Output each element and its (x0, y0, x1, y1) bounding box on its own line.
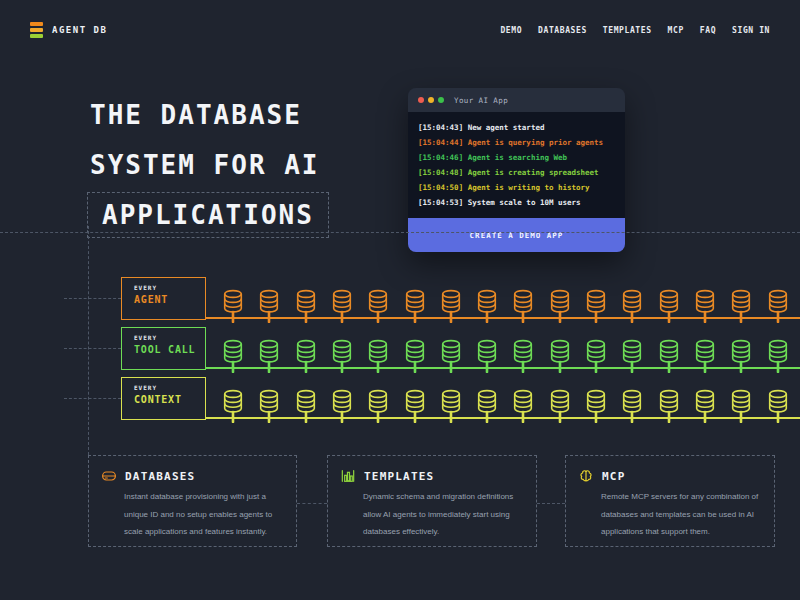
database-cylinder-icon (403, 289, 427, 323)
header: AGENT DB DEMODATABASESTEMPLATESMCPFAQSIG… (0, 0, 800, 60)
database-cylinder-icon (548, 339, 572, 373)
terminal-log-line: [15:04:43] New agent started (418, 120, 615, 135)
brain-icon (578, 468, 594, 484)
logo-bars-icon (30, 22, 43, 38)
terminal-titlebar: Your AI App (408, 88, 625, 112)
create-demo-app-button[interactable]: CREATE A DEMO APP (408, 218, 625, 252)
database-cylinder-icon (294, 289, 318, 323)
database-cylinder-icon (657, 339, 681, 373)
database-cylinder-icon (330, 339, 354, 373)
flow-row-tool-call: EVERYTOOL CALL (0, 327, 800, 377)
database-cylinder-icon (693, 289, 717, 323)
terminal-log-line: [15:04:50] Agent is writing to history (418, 180, 615, 195)
row-eyebrow: EVERY (134, 384, 205, 391)
traffic-light-icon (418, 97, 424, 103)
nav-link-templates[interactable]: TEMPLATES (603, 26, 652, 35)
card-body-text: Remote MCP servers for any combination o… (601, 488, 762, 541)
nav-link-demo[interactable]: DEMO (500, 26, 522, 35)
brand-name: AGENT DB (52, 25, 107, 35)
database-cylinder-icon (729, 289, 753, 323)
database-cylinder-icon (475, 339, 499, 373)
database-icon (101, 468, 117, 484)
database-cylinder-icon (729, 339, 753, 373)
row-label-box: EVERYAGENT (121, 277, 206, 320)
card-body-text: Dynamic schema and migration definitions… (363, 488, 524, 541)
database-cylinder-icon (693, 389, 717, 423)
database-cylinder-icon (584, 289, 608, 323)
row-connector-dash (64, 348, 121, 349)
nav-link-databases[interactable]: DATABASES (538, 26, 587, 35)
logo-bar (30, 34, 43, 38)
database-cylinder-icon (766, 289, 790, 323)
nav-link-faq[interactable]: FAQ (700, 26, 716, 35)
hero-heading: THE DATABASE SYSTEM FOR AI APPLICATIONS (87, 90, 329, 238)
database-cylinder-icon (475, 289, 499, 323)
database-cylinder-icon (221, 339, 245, 373)
row-label-box: EVERYCONTEXT (121, 377, 206, 420)
database-cylinder-icon (221, 289, 245, 323)
terminal-log-line: [15:04:46] Agent is searching Web (418, 150, 615, 165)
database-cylinder-icon (620, 289, 644, 323)
nav-link-sign-in[interactable]: SIGN IN (732, 26, 770, 35)
feature-card-templates: TEMPLATESDynamic schema and migration de… (327, 455, 537, 547)
card-title: TEMPLATES (364, 470, 434, 483)
terminal-log-line: [15:04:48] Agent is creating spreadsheet (418, 165, 615, 180)
database-cylinder-icon (294, 389, 318, 423)
row-eyebrow: EVERY (134, 284, 205, 291)
row-connector-dash (64, 398, 121, 399)
row-label-box: EVERYTOOL CALL (121, 327, 206, 370)
database-cylinder-icon (475, 389, 499, 423)
terminal-title: Your AI App (454, 96, 508, 105)
brand-logo[interactable]: AGENT DB (30, 22, 107, 38)
database-cylinder-icon (620, 389, 644, 423)
database-cylinder-icon (257, 339, 281, 373)
logo-bar (30, 28, 43, 32)
database-cylinder-icon (766, 339, 790, 373)
flow-row-agent: EVERYAGENT (0, 277, 800, 327)
database-cylinder-icon (511, 389, 535, 423)
demo-terminal-card: Your AI App [15:04:43] New agent started… (408, 88, 625, 252)
database-cylinder-icon (657, 289, 681, 323)
row-connector-dash (64, 298, 121, 299)
traffic-light-icon (428, 97, 434, 103)
database-cylinder-icon (439, 389, 463, 423)
database-cylinder-icon (257, 389, 281, 423)
card-title: DATABASES (125, 470, 195, 483)
hero-line-2: SYSTEM FOR AI (87, 140, 329, 190)
database-cylinder-icon (548, 389, 572, 423)
page: AGENT DB DEMODATABASESTEMPLATESMCPFAQSIG… (0, 0, 800, 600)
database-cylinder-icon (584, 339, 608, 373)
database-cylinder-icon (330, 289, 354, 323)
database-cylinder-icon (257, 289, 281, 323)
database-cylinder-icon (294, 339, 318, 373)
traffic-light-icon (438, 97, 444, 103)
database-cylinder-icon (511, 339, 535, 373)
terminal-log-line: [15:04:53] System scale to 10M users (418, 195, 615, 210)
row-eyebrow: EVERY (134, 334, 205, 341)
database-cylinder-icon (366, 389, 390, 423)
logo-bar (30, 22, 43, 26)
nav-link-mcp[interactable]: MCP (668, 26, 684, 35)
feature-card-databases: DATABASESInstant database provisioning w… (88, 455, 297, 547)
database-cylinder-icon (439, 339, 463, 373)
database-cylinder-icon (403, 339, 427, 373)
database-cylinder-icon (511, 289, 535, 323)
templates-icon (340, 468, 356, 484)
card-connector-1 (297, 503, 327, 504)
database-cylinder-icon (584, 389, 608, 423)
database-cylinder-icon (548, 289, 572, 323)
database-cylinder-icon (657, 389, 681, 423)
card-connector-2 (537, 503, 565, 504)
feature-card-mcp: MCPRemote MCP servers for any combinatio… (565, 455, 775, 547)
database-cylinder-icon (729, 389, 753, 423)
database-cylinder-icon (439, 289, 463, 323)
guide-line-horizontal (0, 232, 800, 233)
row-label: AGENT (134, 294, 205, 305)
database-cylinder-icon (366, 289, 390, 323)
flow-row-context: EVERYCONTEXT (0, 377, 800, 427)
database-cylinder-icon (620, 339, 644, 373)
terminal-log-line: [15:04:44] Agent is querying prior agent… (418, 135, 615, 150)
row-label: CONTEXT (134, 394, 205, 405)
database-cylinder-icon (693, 339, 717, 373)
hero-line-3: APPLICATIONS (102, 193, 314, 237)
